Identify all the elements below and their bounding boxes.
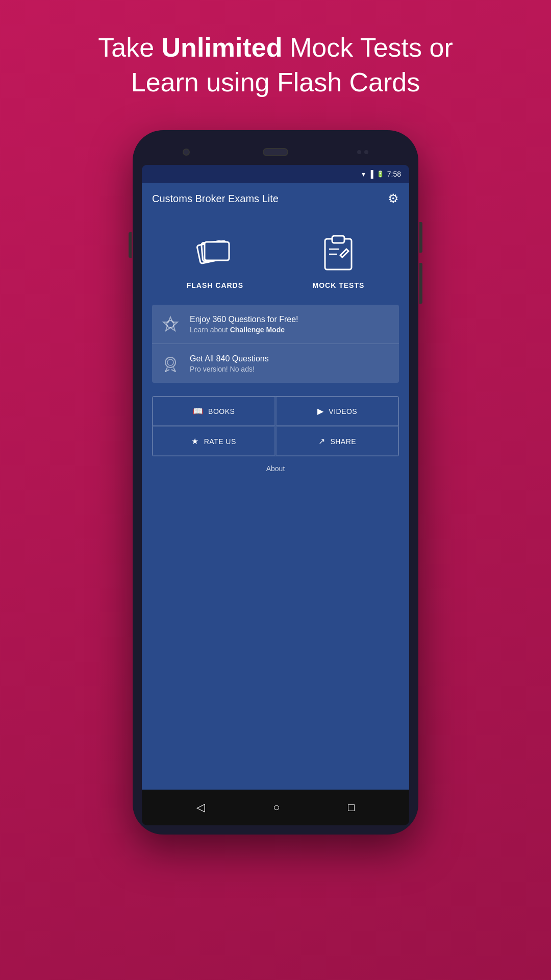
flash-cards-label: FLASH CARDS: [187, 281, 243, 289]
settings-button[interactable]: ⚙: [388, 191, 399, 206]
svg-line-10: [340, 255, 342, 257]
power-button-bottom: [419, 263, 422, 304]
sensors: [357, 150, 368, 154]
free-questions-panel[interactable]: Enjoy 360 Questions for Free! Learn abou…: [152, 305, 399, 344]
share-button[interactable]: ↗ SHARE: [276, 427, 398, 456]
phone-top-hardware: [142, 139, 409, 165]
info-panels: Enjoy 360 Questions for Free! Learn abou…: [152, 305, 399, 383]
signal-icon: ▐: [368, 170, 373, 178]
pro-questions-sub: Pro version! No ads!: [190, 365, 392, 373]
svg-rect-4: [332, 236, 344, 243]
videos-button[interactable]: ▶ VIDEOS: [276, 397, 398, 426]
front-camera: [183, 149, 190, 156]
back-nav-button[interactable]: ◁: [196, 801, 205, 814]
rate-us-label: RATE US: [204, 437, 236, 446]
video-play-icon: ▶: [317, 406, 324, 416]
sensor-dot: [364, 150, 368, 154]
page-header: Take Unlimited Mock Tests orLearn using …: [57, 31, 493, 100]
status-time: 7:58: [387, 170, 401, 178]
home-nav-button[interactable]: ○: [273, 801, 280, 814]
phone-shell: ▾ ▐ 🔋 7:58 Customs Broker Exams Lite ⚙: [133, 130, 418, 835]
medal-icon: [159, 352, 182, 375]
free-questions-text: Enjoy 360 Questions for Free! Learn abou…: [190, 315, 392, 334]
pro-questions-title: Get All 840 Questions: [190, 354, 392, 363]
power-button-top: [419, 222, 422, 253]
star-icon: ★: [191, 436, 199, 446]
app-toolbar: Customs Broker Exams Lite ⚙: [142, 183, 409, 214]
status-bar: ▾ ▐ 🔋 7:58: [142, 165, 409, 183]
free-questions-title: Enjoy 360 Questions for Free!: [190, 315, 392, 324]
earpiece-speaker: [263, 148, 288, 156]
trophy-icon: [159, 313, 182, 335]
sensor-dot: [357, 150, 361, 154]
about-link[interactable]: About: [142, 464, 409, 473]
mock-tests-icon: [315, 229, 361, 275]
mock-tests-button[interactable]: MOCK TESTS: [313, 229, 365, 289]
volume-button: [129, 232, 132, 258]
share-label: SHARE: [330, 437, 356, 446]
svg-point-11: [167, 321, 174, 328]
svg-rect-2: [205, 242, 229, 260]
svg-point-12: [165, 357, 176, 368]
action-buttons-grid: 📖 BOOKS ▶ VIDEOS ★ RATE US ↗ SHARE: [152, 396, 399, 456]
battery-icon: 🔋: [377, 170, 384, 178]
rate-us-button[interactable]: ★ RATE US: [153, 427, 275, 456]
app-title: Customs Broker Exams Lite: [152, 193, 279, 205]
share-icon: ↗: [318, 436, 325, 446]
app-screen: Customs Broker Exams Lite ⚙ FLASH: [142, 183, 409, 790]
pro-questions-panel[interactable]: Get All 840 Questions Pro version! No ad…: [152, 344, 399, 383]
books-button[interactable]: 📖 BOOKS: [153, 397, 275, 426]
books-icon: 📖: [193, 406, 204, 416]
main-menu: FLASH CARDS: [142, 214, 409, 300]
phone-screen: ▾ ▐ 🔋 7:58 Customs Broker Exams Lite ⚙: [142, 165, 409, 825]
wifi-icon: ▾: [362, 170, 365, 178]
svg-point-13: [167, 359, 173, 365]
pro-questions-text: Get All 840 Questions Pro version! No ad…: [190, 354, 392, 373]
mock-tests-label: MOCK TESTS: [313, 281, 365, 289]
videos-label: VIDEOS: [329, 407, 357, 415]
phone-nav-bar: ◁ ○ □: [142, 790, 409, 825]
flash-cards-button[interactable]: FLASH CARDS: [187, 229, 243, 289]
books-label: BOOKS: [208, 407, 235, 415]
free-questions-sub: Learn about Challenge Mode: [190, 326, 392, 334]
flash-cards-icon: [192, 229, 238, 275]
recent-nav-button[interactable]: □: [348, 801, 355, 814]
